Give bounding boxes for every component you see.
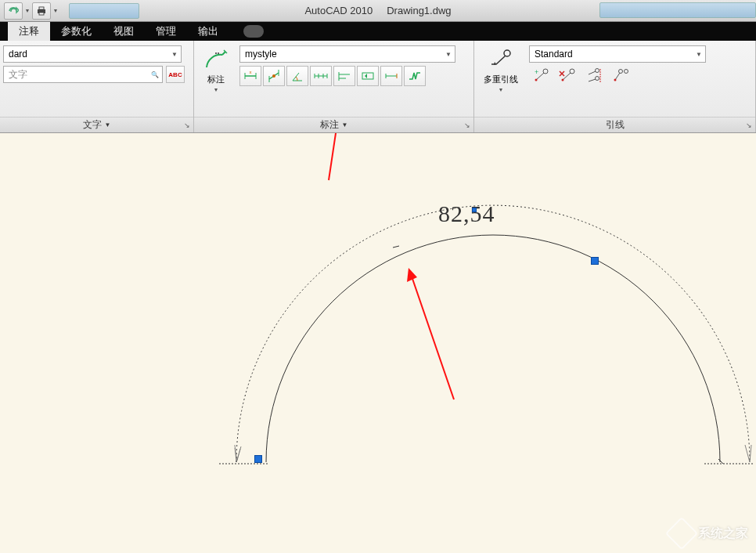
dialog-launcher-icon[interactable]: ↘ bbox=[746, 121, 752, 129]
svg-point-32 bbox=[562, 79, 564, 81]
tab-view[interactable]: 视图 bbox=[103, 22, 145, 41]
browser-tab-right bbox=[599, 2, 756, 18]
quick-access-toolbar: ▼ ▼ bbox=[0, 0, 63, 21]
svg-rect-23 bbox=[362, 73, 373, 79]
chevron-down-icon: ▼ bbox=[445, 51, 452, 58]
chevron-down-icon: ▼ bbox=[171, 51, 178, 58]
angular-dim-button[interactable] bbox=[286, 66, 308, 86]
baseline-dim-button[interactable] bbox=[333, 66, 355, 86]
spellcheck-button[interactable]: ABC bbox=[166, 66, 185, 83]
svg-rect-2 bbox=[39, 13, 44, 15]
dropdown-arrow-icon[interactable]: ▼ bbox=[23, 8, 31, 13]
svg-line-42 bbox=[393, 246, 399, 248]
dim-style-dropdown[interactable]: mystyle ▼ bbox=[239, 45, 455, 63]
add-leader-button[interactable]: + bbox=[529, 66, 553, 86]
tab-manage[interactable]: 管理 bbox=[145, 22, 187, 41]
arc-dim-icon bbox=[313, 68, 329, 84]
svg-line-43 bbox=[329, 133, 340, 180]
watermark: 系统之家 bbox=[670, 522, 748, 545]
drawing-canvas[interactable]: 82,54 系统之家 bbox=[0, 133, 756, 553]
svg-point-36 bbox=[619, 70, 623, 74]
radius-dim-icon bbox=[337, 68, 352, 84]
dim-style-value: mystyle bbox=[245, 49, 277, 60]
svg-rect-1 bbox=[39, 7, 44, 9]
svg-point-37 bbox=[625, 70, 628, 74]
svg-marker-46 bbox=[407, 268, 417, 282]
svg-point-33 bbox=[596, 69, 599, 73]
text-style-dropdown[interactable]: dard ▼ bbox=[3, 45, 182, 63]
find-text-field[interactable]: 文字 🔍 bbox=[3, 66, 163, 83]
tab-annotate[interactable]: 注释 bbox=[8, 22, 50, 41]
dimension-text-grip[interactable] bbox=[472, 208, 477, 212]
dialog-launcher-icon[interactable]: ↘ bbox=[184, 121, 190, 129]
chevron-down-icon: ▼ bbox=[342, 121, 348, 128]
abc-icon: ABC bbox=[168, 71, 182, 78]
text-style-value: dard bbox=[9, 49, 27, 60]
annotation-arrow-center bbox=[407, 268, 454, 399]
chevron-down-icon: ▼ bbox=[499, 87, 504, 92]
remove-leader-button[interactable] bbox=[556, 66, 579, 86]
leader-tool-row: + bbox=[529, 66, 706, 86]
leader-style-dropdown[interactable]: Standard ▼ bbox=[529, 45, 706, 63]
browser-tab-left bbox=[69, 3, 139, 19]
svg-text:+: + bbox=[535, 68, 538, 76]
dropdown-arrow-icon[interactable]: ▼ bbox=[52, 8, 59, 13]
dimension-text[interactable]: 82,54 bbox=[438, 201, 495, 227]
align-leader-icon bbox=[585, 67, 603, 85]
arc-midpoint-grip[interactable] bbox=[591, 257, 599, 265]
print-button[interactable] bbox=[32, 2, 51, 20]
dimension-icon bbox=[203, 47, 229, 72]
mleader-icon bbox=[488, 47, 513, 72]
jogged-dim-icon bbox=[407, 68, 423, 84]
tab-parametric[interactable]: 参数化 bbox=[50, 22, 103, 41]
window-title: AutoCAD 2010 Drawing1.dwg bbox=[304, 5, 451, 16]
arc-endpoint-grip[interactable] bbox=[254, 455, 262, 463]
chevron-down-icon: ▼ bbox=[696, 51, 702, 58]
ribbon-panel-dimension: 标注 ▼ mystyle ▼ x bbox=[194, 41, 474, 132]
continue-dim-button[interactable] bbox=[310, 66, 332, 86]
ribbon-panel-text: dard ▼ 文字 🔍 ABC 文字 ▼ ↘ bbox=[0, 41, 194, 132]
panel-title-dimension[interactable]: 标注 ▼ ↘ bbox=[194, 117, 473, 132]
mleader-button[interactable]: 多重引线 ▼ bbox=[477, 45, 524, 92]
panel-title-leader[interactable]: 引线 ↘ bbox=[474, 117, 755, 132]
aligned-dim-button[interactable] bbox=[263, 66, 285, 86]
align-leader-button[interactable] bbox=[582, 66, 606, 86]
linear-dim-icon: x bbox=[243, 68, 258, 84]
ribbon-panel-leader: 多重引线 ▼ Standard ▼ + 引线 ↘ bbox=[474, 41, 756, 132]
linear-dim-button[interactable]: x bbox=[239, 66, 261, 86]
tolerance-dim-button[interactable] bbox=[357, 66, 379, 86]
svg-point-4 bbox=[218, 52, 219, 54]
svg-point-34 bbox=[596, 77, 599, 81]
dim-tool-row: x bbox=[239, 66, 455, 86]
search-icon: 🔍 bbox=[151, 71, 159, 78]
jogged-dim-button[interactable] bbox=[404, 66, 426, 86]
remove-leader-icon bbox=[558, 67, 577, 85]
drawing-content bbox=[0, 133, 756, 553]
leader-style-value: Standard bbox=[535, 49, 573, 60]
dimension-button[interactable]: 标注 ▼ bbox=[197, 45, 235, 92]
svg-point-29 bbox=[535, 79, 538, 81]
ordinate-dim-icon bbox=[383, 68, 399, 84]
add-leader-icon: + bbox=[531, 67, 550, 85]
chevron-down-icon: ▼ bbox=[105, 121, 111, 128]
diameter-dim-icon bbox=[360, 68, 376, 84]
svg-line-45 bbox=[411, 274, 454, 399]
watermark-text: 系统之家 bbox=[698, 526, 748, 542]
panel-title-text[interactable]: 文字 ▼ ↘ bbox=[0, 117, 193, 132]
redo-icon bbox=[8, 5, 19, 16]
ribbon: dard ▼ 文字 🔍 ABC 文字 ▼ ↘ bbox=[0, 41, 756, 133]
dialog-launcher-icon[interactable]: ↘ bbox=[464, 121, 470, 129]
print-icon bbox=[36, 5, 47, 16]
find-text-value: 文字 bbox=[9, 68, 27, 81]
svg-text:x: x bbox=[250, 70, 252, 74]
redo-button[interactable] bbox=[4, 2, 23, 20]
aligned-dim-icon bbox=[266, 68, 282, 84]
tab-output[interactable]: 输出 bbox=[187, 22, 229, 41]
svg-point-12 bbox=[272, 74, 275, 78]
center-mark-button[interactable] bbox=[380, 66, 402, 86]
collect-leader-icon bbox=[611, 67, 630, 85]
angular-dim-icon bbox=[290, 68, 305, 84]
ribbon-tabs: 注释 参数化 视图 管理 输出 bbox=[0, 22, 756, 41]
help-button[interactable] bbox=[243, 25, 264, 38]
collect-leader-button[interactable] bbox=[609, 66, 632, 86]
